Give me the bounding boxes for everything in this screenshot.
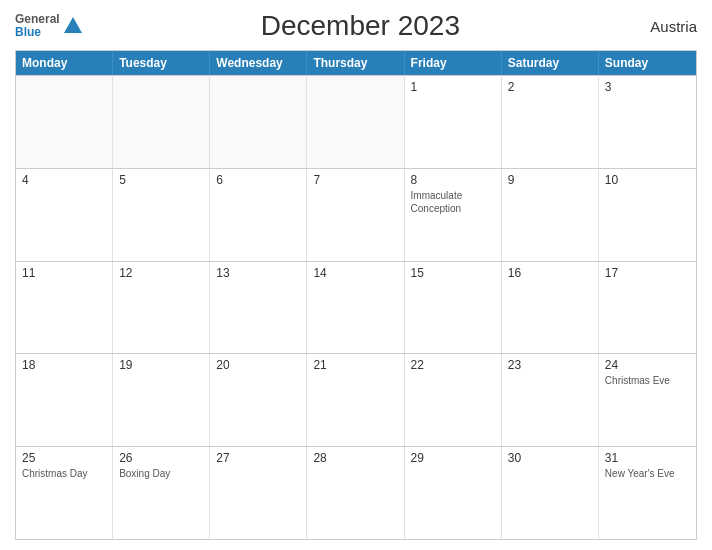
day-number: 18 — [22, 358, 106, 372]
week-row-2: 45678Immaculate Conception910 — [16, 168, 696, 261]
week-row-3: 11121314151617 — [16, 261, 696, 354]
day-number: 26 — [119, 451, 203, 465]
day-event: Immaculate Conception — [411, 189, 495, 215]
day-number: 2 — [508, 80, 592, 94]
day-header-saturday: Saturday — [502, 51, 599, 75]
day-number: 23 — [508, 358, 592, 372]
day-cell: 11 — [16, 262, 113, 354]
day-cell: 7 — [307, 169, 404, 261]
day-number: 17 — [605, 266, 690, 280]
day-cell: 28 — [307, 447, 404, 539]
day-number: 22 — [411, 358, 495, 372]
day-cell: 3 — [599, 76, 696, 168]
day-number: 19 — [119, 358, 203, 372]
day-number: 1 — [411, 80, 495, 94]
day-cell: 16 — [502, 262, 599, 354]
calendar-grid: MondayTuesdayWednesdayThursdayFridaySatu… — [15, 50, 697, 540]
day-cell: 13 — [210, 262, 307, 354]
day-cell: 17 — [599, 262, 696, 354]
day-number: 16 — [508, 266, 592, 280]
day-header-friday: Friday — [405, 51, 502, 75]
day-number: 20 — [216, 358, 300, 372]
svg-marker-0 — [64, 17, 82, 33]
day-cell: 26Boxing Day — [113, 447, 210, 539]
day-number: 5 — [119, 173, 203, 187]
calendar-body: 12345678Immaculate Conception91011121314… — [16, 75, 696, 539]
day-number: 4 — [22, 173, 106, 187]
day-cell: 15 — [405, 262, 502, 354]
day-event: New Year's Eve — [605, 467, 690, 480]
day-number: 27 — [216, 451, 300, 465]
day-cell: 6 — [210, 169, 307, 261]
day-cell: 10 — [599, 169, 696, 261]
day-cell: 20 — [210, 354, 307, 446]
day-header-sunday: Sunday — [599, 51, 696, 75]
day-number: 28 — [313, 451, 397, 465]
logo-blue-text: Blue — [15, 26, 60, 39]
day-cell: 18 — [16, 354, 113, 446]
day-event: Boxing Day — [119, 467, 203, 480]
day-header-monday: Monday — [16, 51, 113, 75]
day-number: 3 — [605, 80, 690, 94]
week-row-5: 25Christmas Day26Boxing Day2728293031New… — [16, 446, 696, 539]
day-cell: 21 — [307, 354, 404, 446]
day-number: 9 — [508, 173, 592, 187]
country-label: Austria — [637, 18, 697, 35]
day-number: 8 — [411, 173, 495, 187]
day-number: 13 — [216, 266, 300, 280]
day-cell: 12 — [113, 262, 210, 354]
day-cell: 22 — [405, 354, 502, 446]
day-cell: 9 — [502, 169, 599, 261]
day-cell: 30 — [502, 447, 599, 539]
day-number: 29 — [411, 451, 495, 465]
day-cell: 8Immaculate Conception — [405, 169, 502, 261]
day-number: 14 — [313, 266, 397, 280]
day-cell: 27 — [210, 447, 307, 539]
day-number: 31 — [605, 451, 690, 465]
days-of-week-header: MondayTuesdayWednesdayThursdayFridaySatu… — [16, 51, 696, 75]
day-cell: 19 — [113, 354, 210, 446]
logo: General Blue — [15, 13, 84, 39]
day-cell: 5 — [113, 169, 210, 261]
day-cell — [16, 76, 113, 168]
day-cell: 24Christmas Eve — [599, 354, 696, 446]
day-cell — [210, 76, 307, 168]
logo-icon — [62, 15, 84, 37]
day-cell: 31New Year's Eve — [599, 447, 696, 539]
day-number: 24 — [605, 358, 690, 372]
day-number: 15 — [411, 266, 495, 280]
week-row-1: 123 — [16, 75, 696, 168]
day-cell: 29 — [405, 447, 502, 539]
day-number: 12 — [119, 266, 203, 280]
day-cell: 2 — [502, 76, 599, 168]
day-number: 25 — [22, 451, 106, 465]
header: General Blue December 2023 Austria — [15, 10, 697, 42]
day-cell — [307, 76, 404, 168]
day-number: 11 — [22, 266, 106, 280]
calendar-page: General Blue December 2023 Austria Monda… — [0, 0, 712, 550]
day-cell — [113, 76, 210, 168]
day-cell: 4 — [16, 169, 113, 261]
day-cell: 25Christmas Day — [16, 447, 113, 539]
day-number: 21 — [313, 358, 397, 372]
calendar-title: December 2023 — [84, 10, 637, 42]
day-number: 30 — [508, 451, 592, 465]
day-cell: 1 — [405, 76, 502, 168]
day-cell: 23 — [502, 354, 599, 446]
day-header-tuesday: Tuesday — [113, 51, 210, 75]
day-event: Christmas Eve — [605, 374, 690, 387]
day-number: 7 — [313, 173, 397, 187]
week-row-4: 18192021222324Christmas Eve — [16, 353, 696, 446]
day-number: 10 — [605, 173, 690, 187]
day-cell: 14 — [307, 262, 404, 354]
day-number: 6 — [216, 173, 300, 187]
day-event: Christmas Day — [22, 467, 106, 480]
day-header-thursday: Thursday — [307, 51, 404, 75]
day-header-wednesday: Wednesday — [210, 51, 307, 75]
